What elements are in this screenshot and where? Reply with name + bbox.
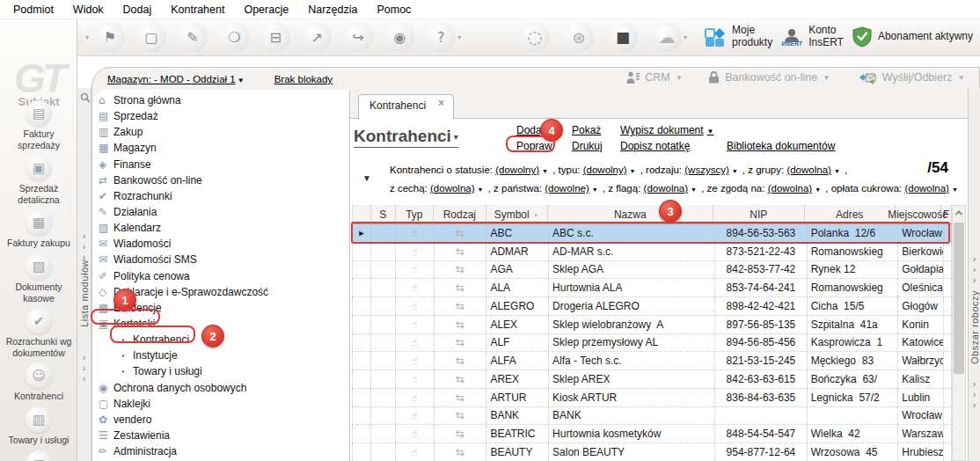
help-icon[interactable]: ?	[426, 22, 456, 52]
table-row[interactable]: ☝ ⇆ ALEX Sklep wielobranżowy A 897-56-85…	[352, 316, 952, 334]
filter-caret-icon[interactable]: ▼	[542, 168, 548, 174]
filter-link[interactable]: (wszyscy)	[684, 165, 728, 175]
dropdown-caret-icon[interactable]: ▾	[85, 33, 89, 41]
abonament-status[interactable]: Abonament aktywny	[852, 26, 973, 48]
tree-polityka-cenowa[interactable]: ✐ Polityka cenowa	[94, 268, 347, 284]
column-header[interactable]: NIP▲	[713, 205, 805, 223]
filter-caret-icon[interactable]: ▼	[691, 187, 697, 193]
tree-magazyn[interactable]: ▦ Magazyn	[94, 140, 347, 156]
menu-item[interactable]: Kontrahent	[161, 1, 234, 18]
cube-icon[interactable]: ■	[608, 22, 638, 52]
menu-item[interactable]: Dodaj	[113, 1, 162, 18]
filter-link[interactable]: (dowolne)	[545, 183, 589, 194]
tree-zestawienia[interactable]: ☰ Zestawienia	[94, 428, 347, 443]
vertical-scrollbar[interactable]	[952, 205, 966, 461]
blokada-link[interactable]: Brak blokady	[274, 74, 333, 84]
table-row[interactable]: ☝ ⇆ ALFA Alfa - Tech s.c. 821-53-15-245 …	[352, 352, 952, 370]
column-header[interactable]: Adres▲	[805, 205, 896, 223]
menu-item[interactable]: Narzędzia	[298, 1, 367, 18]
search-icon[interactable]	[80, 92, 91, 103]
share-icon[interactable]: ↗	[302, 22, 332, 52]
table-row[interactable]: ☝ ⇆ BEAUTY Salon BEAUTY 954-877-12-64 Wr…	[352, 443, 952, 461]
module-wiadomosci[interactable]: ✉ Wiadomości	[13, 450, 63, 461]
filters-expand-icon[interactable]: ▼	[362, 173, 371, 183]
page-title[interactable]: Kontrahenci▾	[354, 127, 458, 148]
tree-dzialania[interactable]: ✎ Działania	[94, 204, 347, 220]
tree-kalendarz[interactable]: ▨ Kalendarz	[94, 220, 347, 236]
column-header[interactable]: ▲	[352, 205, 371, 223]
filter-link[interactable]: (dowolna)	[768, 183, 813, 194]
filter-link[interactable]: (dowolny)	[583, 165, 627, 175]
collapse-chevrons[interactable]: ›››	[83, 352, 86, 384]
tree-zakup[interactable]: ▥ Zakup	[94, 124, 347, 140]
column-header[interactable]: Symbol▲	[486, 205, 548, 223]
scroll-up-icon[interactable]	[953, 206, 965, 220]
filter-caret-icon[interactable]: ▼	[732, 168, 738, 174]
filter-link[interactable]: (dowolna)	[786, 165, 831, 175]
action-link[interactable]: Biblioteka dokumentów▼	[727, 140, 835, 152]
tree-instytucje[interactable]: • Instytucje	[94, 348, 347, 363]
bankowosc-button[interactable]: Bankowość on-line ▾	[708, 71, 829, 84]
menu-item[interactable]: Podmiot	[4, 1, 63, 18]
globe-icon[interactable]: ⊛	[564, 22, 594, 52]
column-header[interactable]: Rodzaj▲	[434, 205, 486, 223]
collapse-chevrons[interactable]: ›››	[973, 378, 976, 410]
collapse-chevrons[interactable]: ›››	[83, 230, 86, 262]
action-link[interactable]: Dopisz notatkę▼	[620, 140, 690, 152]
filter-caret-icon[interactable]: ▼	[815, 187, 821, 193]
column-header[interactable]: Typ▲	[396, 205, 435, 223]
filter-caret-icon[interactable]: ▼	[630, 168, 636, 174]
tree-rozrachunki[interactable]: ✔ Rozrachunki	[94, 188, 347, 204]
moje-produkty-button[interactable]: Moje produkty	[704, 25, 772, 49]
magazyn-caret-icon[interactable]: ▼	[238, 77, 245, 84]
magazyn-link[interactable]: Magazyn: - MOD - Oddział 1	[107, 74, 236, 84]
print-icon[interactable]: ⊟	[260, 22, 290, 52]
table-row[interactable]: ☝ ⇆ ALEGRO Drogeria ALEGRO 898-42-42-421…	[352, 297, 952, 316]
tree-naklejki[interactable]: ▢ Naklejki	[94, 396, 347, 412]
collapse-chevrons[interactable]: ›››	[973, 253, 976, 285]
wyslij-odbierz-button[interactable]: Wyślij/Odbierz ▾	[856, 70, 964, 84]
pin-icon[interactable]: ⚑	[95, 22, 125, 52]
refresh-spinner-icon[interactable]: ◌	[520, 22, 550, 52]
table-row[interactable]: ☝ ⇆ AGA Sklep AGA 842-853-77-42 Rynek 12…	[352, 261, 952, 280]
module-sprzedaz-detaliczna[interactable]: ▣ Sprzedaż detaliczna	[18, 155, 59, 205]
tree-bankowosc[interactable]: ⇄ Bankowość on-line	[94, 172, 347, 188]
column-header[interactable]: S▲	[371, 205, 396, 223]
tree-strona-glowna[interactable]: ⌂ Strona główna	[94, 92, 347, 108]
tree-finanse[interactable]: ◈ Finanse	[94, 157, 347, 172]
column-header[interactable]: Miejscowość▲	[896, 205, 941, 223]
filter-caret-icon[interactable]: ▼	[834, 168, 840, 174]
module-faktury-zakupu[interactable]: ▦ Faktury zakupu	[7, 209, 70, 249]
tree-ochrona-danych[interactable]: ◉ Ochrona danych osobowych	[94, 380, 347, 396]
preview-icon[interactable]: ❍	[219, 22, 249, 52]
menu-item[interactable]: Pomoc	[367, 1, 421, 18]
action-link[interactable]: Drukuj▼	[572, 140, 603, 152]
module-faktury-sprzedazy[interactable]: ▤ Faktury sprzedaży	[18, 100, 60, 150]
tree-vendero[interactable]: ✿ vendero	[94, 412, 347, 428]
filter-link[interactable]: (dowolna)	[430, 183, 475, 194]
action-link[interactable]: Pokaż▼	[572, 124, 601, 136]
table-row[interactable]: ☝ ⇆ ADMAR AD-MAR s.c. 873-521-22-43 Roma…	[352, 243, 952, 261]
table-row[interactable]: ☝ ⇆ BEATRIC Hurtownia kosmetyków 848-54-…	[352, 425, 952, 443]
tab-kontrahenci[interactable]: Kontrahenci ×	[358, 94, 454, 119]
table-row[interactable]: ☝ ⇆ BANK BANK Wrocław	[352, 407, 952, 426]
module-rozrachunki[interactable]: ✔ Rozrachunki wg dokumentów	[6, 308, 72, 358]
tree-wiadomosci-sms[interactable]: ✉ Wiadomości SMS	[94, 252, 347, 267]
konto-insert-button[interactable]: InsERT Konto InsERT	[781, 25, 844, 49]
filter-link[interactable]: (dowolna)	[904, 183, 949, 194]
new-document-icon[interactable]: ▢	[136, 22, 166, 52]
menu-item[interactable]: Operacje	[234, 1, 298, 18]
menu-item[interactable]: Widok	[63, 1, 113, 18]
filter-link[interactable]: (dowolny)	[495, 165, 539, 175]
edit-icon[interactable]: ✎	[178, 22, 208, 52]
web-icon[interactable]: ◉	[384, 22, 414, 52]
tree-sprzedaz[interactable]: ▤ Sprzedaż	[94, 108, 347, 124]
filter-caret-icon[interactable]: ▼	[478, 187, 484, 193]
tree-towary-i-uslugi[interactable]: • Towary i usługi	[94, 363, 347, 379]
filter-link[interactable]: (dowolna)	[644, 183, 689, 194]
table-row[interactable]: ☝ ⇆ AREX Sklep AREX 842-63-63-615 Bończy…	[352, 370, 952, 389]
module-kontrahenci[interactable]: ☺ Kontrahenci	[14, 362, 63, 402]
module-dokumenty-kasowe[interactable]: ▧ Dokumenty kasowe	[15, 253, 62, 304]
crm-button[interactable]: CRM ▾	[626, 71, 682, 84]
column-header[interactable]: F▲	[941, 205, 952, 223]
